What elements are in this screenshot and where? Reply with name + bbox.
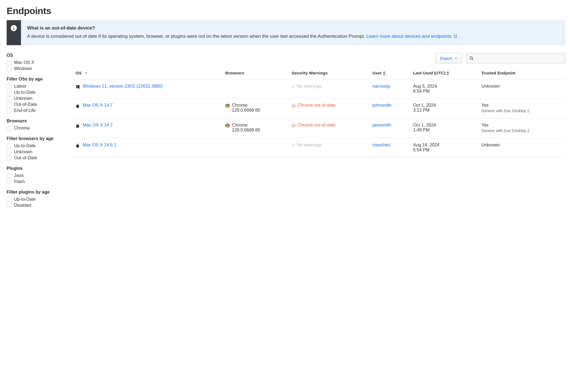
filter-os-macosx[interactable]: Mac OS X xyxy=(7,60,65,66)
filter-heading-plugins-age: Filter plugins by age xyxy=(7,190,65,195)
col-label: Last Used (UTC) xyxy=(413,71,445,75)
filter-label: Up-to-Date xyxy=(14,143,36,148)
last-used-cell: Oct 1, 20241:49 PM xyxy=(410,118,478,138)
filter-browage-unknown[interactable]: Unknown xyxy=(7,149,65,155)
check-icon xyxy=(292,143,295,147)
filter-plugage-disabled[interactable]: Disabled xyxy=(7,202,65,208)
filter-osage-uptodate[interactable]: Up-to-Date xyxy=(7,89,65,95)
os-link[interactable]: Mac OS X 14.7 xyxy=(83,103,113,108)
os-link[interactable]: Mac OS X 14.6.1 xyxy=(83,143,116,147)
user-link[interactable]: janesmith xyxy=(372,123,391,127)
security-warning: Chrome out-of-date xyxy=(292,123,366,128)
info-text: A device is considered out of date if it… xyxy=(27,33,559,40)
col-label: Trusted Endpoint xyxy=(481,71,515,75)
browser-version: 129.0.6668.60 xyxy=(232,128,260,133)
trusted-cell: Unknown xyxy=(478,138,565,157)
export-button[interactable]: Export xyxy=(435,53,462,63)
filter-label: End-of-Life xyxy=(14,108,36,113)
filter-osage-endoflife[interactable]: End-of-Life xyxy=(7,108,65,114)
user-link[interactable]: rsanchez xyxy=(372,143,390,147)
col-header-lastused[interactable]: Last Used (UTC) xyxy=(410,67,478,79)
user-link[interactable]: johnsmith xyxy=(372,103,391,108)
col-header-browsers[interactable]: Browsers xyxy=(222,67,288,79)
security-warning: Chrome out-of-date xyxy=(292,103,366,108)
checkbox-icon xyxy=(7,203,11,208)
browser-name: Chrome xyxy=(232,123,260,128)
col-header-user[interactable]: User xyxy=(369,67,410,79)
filter-group-browsers-age: Filter browsers by age Up-to-Date Unknow… xyxy=(7,136,65,161)
col-header-security[interactable]: Security Warnings xyxy=(288,67,369,79)
filter-plugage-uptodate[interactable]: Up-to-Date xyxy=(7,196,65,202)
sort-icon xyxy=(383,71,386,75)
col-label: User xyxy=(372,71,381,75)
table-row: Mac OS X 14.6.1 No warningsrsanchezAug 1… xyxy=(72,138,565,157)
info-banner: i What is an out-of-date device? A devic… xyxy=(7,20,565,45)
filter-label: Java xyxy=(14,173,23,178)
filter-label: Mac OS X xyxy=(14,60,34,65)
security-no-warnings: No warnings xyxy=(292,84,366,89)
filter-label: Windows xyxy=(14,66,32,71)
info-body: What is an out-of-date device? A device … xyxy=(21,20,565,45)
filter-osage-outofdate[interactable]: Out-of-Date xyxy=(7,101,65,108)
search-box[interactable] xyxy=(466,53,565,63)
os-link[interactable]: Windows 11, version 23H2 (22631.3880) xyxy=(83,84,163,89)
filter-osage-latest[interactable]: Latest xyxy=(7,83,65,89)
os-link[interactable]: Mac OS X 14.7 xyxy=(83,123,113,128)
browser-name: Chrome xyxy=(232,103,260,108)
info-heading: What is an out-of-date device? xyxy=(27,25,559,32)
filter-browser-chrome[interactable]: Chrome xyxy=(7,125,65,131)
col-label: Browsers xyxy=(225,71,244,75)
checkbox-icon xyxy=(7,108,11,113)
filter-plugin-flash[interactable]: Flash xyxy=(7,179,65,185)
info-icon-column: i xyxy=(7,20,21,45)
search-icon xyxy=(469,56,474,60)
checkbox-icon xyxy=(7,102,11,107)
checkbox-icon xyxy=(7,156,11,160)
chrome-icon xyxy=(225,104,230,108)
trusted-cell: YesGeneric with Duo Desktop 2 xyxy=(478,98,565,118)
filter-heading-plugins: Plugins xyxy=(7,166,65,171)
checkbox-icon xyxy=(7,197,11,202)
checkbox-icon xyxy=(7,126,11,131)
filter-heading-browsers: Browsers xyxy=(7,119,65,123)
toolbar: Export xyxy=(72,53,565,63)
filter-label: Up-to-Date xyxy=(14,197,36,202)
filter-label: Out-of-Date xyxy=(14,155,37,160)
col-label: Security Warnings xyxy=(292,71,328,75)
last-used-cell: Aug 5, 20246:54 PM xyxy=(410,79,478,98)
apple-icon xyxy=(76,143,80,148)
col-header-os[interactable]: OS xyxy=(72,67,222,79)
filter-os-windows[interactable]: Windows xyxy=(7,66,65,72)
filter-plugin-java[interactable]: Java xyxy=(7,173,65,179)
checkbox-icon xyxy=(7,96,11,101)
apple-icon xyxy=(76,123,80,128)
warning-icon xyxy=(292,123,296,128)
checkbox-icon xyxy=(7,150,11,154)
table-area: Export OS Browsers Security Warnings xyxy=(72,53,565,213)
table-row: Mac OS X 14.7 Chrome 129.0.6668.60 Chrom… xyxy=(72,98,565,118)
info-learn-more-link[interactable]: Learn more about devices and endpoints xyxy=(366,34,459,39)
windows-icon xyxy=(76,84,80,89)
checkbox-icon xyxy=(7,90,11,95)
chrome-icon xyxy=(225,123,230,128)
user-link[interactable]: narroway xyxy=(372,84,391,88)
col-header-trusted[interactable]: Trusted Endpoint xyxy=(478,67,565,79)
search-input[interactable] xyxy=(475,53,562,63)
filter-group-os-age: Filter OSs by age Latest Up-to-Date Unkn… xyxy=(7,77,65,114)
last-used-cell: Oct 1, 20243:12 PM xyxy=(410,98,478,118)
warning-icon xyxy=(292,104,296,108)
last-used-cell: Aug 14, 20245:54 PM xyxy=(410,138,478,157)
page-title: Endpoints xyxy=(7,6,565,16)
filter-osage-unknown[interactable]: Unknown xyxy=(7,95,65,101)
filter-browage-uptodate[interactable]: Up-to-Date xyxy=(7,143,65,149)
trusted-cell: YesGeneric with Duo Desktop 2 xyxy=(478,118,565,138)
filter-label: Chrome xyxy=(14,126,30,131)
browser-version: 129.0.6668.60 xyxy=(232,108,260,113)
filter-label: Up-to-Date xyxy=(14,90,36,95)
filter-browage-outofdate[interactable]: Out-of-Date xyxy=(7,155,65,161)
svg-line-1 xyxy=(472,59,473,60)
info-icon: i xyxy=(11,25,17,31)
filter-label: Latest xyxy=(14,84,26,89)
apple-icon xyxy=(76,103,80,108)
col-label: OS xyxy=(76,71,82,75)
